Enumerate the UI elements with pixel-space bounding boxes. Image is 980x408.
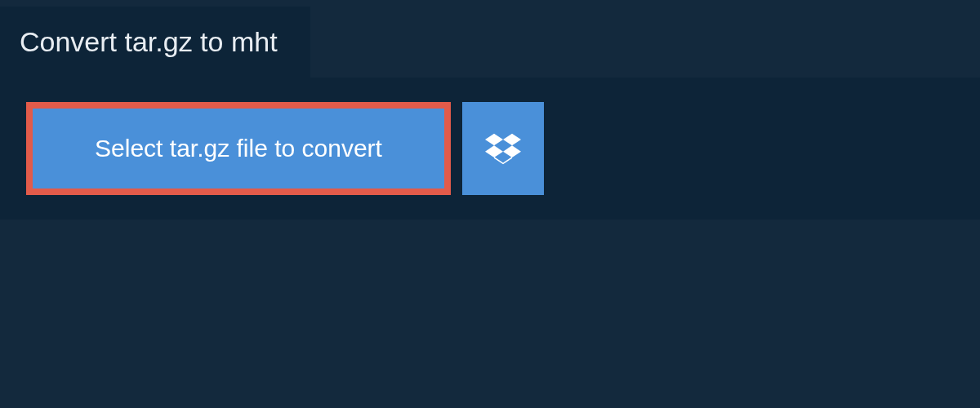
page-spacer	[0, 220, 980, 383]
select-file-button[interactable]: Select tar.gz file to convert	[26, 102, 451, 195]
select-file-button-label: Select tar.gz file to convert	[95, 135, 382, 162]
upload-panel: Select tar.gz file to convert	[0, 78, 980, 220]
dropbox-icon	[485, 131, 521, 166]
page-title: Convert tar.gz to mht	[20, 26, 278, 58]
dropbox-button[interactable]	[462, 102, 544, 195]
tab-header: Convert tar.gz to mht	[0, 7, 310, 78]
button-row: Select tar.gz file to convert	[26, 102, 956, 195]
